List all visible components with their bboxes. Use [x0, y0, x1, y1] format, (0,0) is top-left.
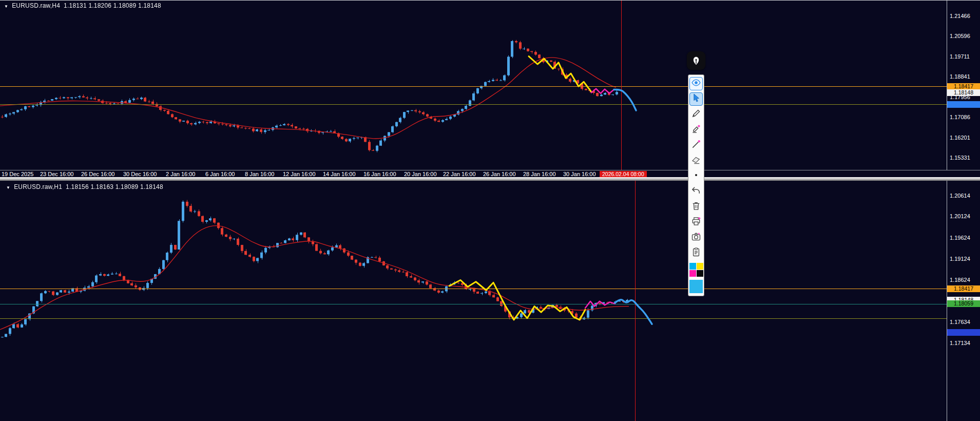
price-scale-label: 1.19624	[950, 235, 970, 241]
time-axis-label: 12 Jan 16:00	[283, 171, 316, 177]
eye-icon	[691, 78, 701, 90]
panel-splitter[interactable]	[0, 177, 980, 181]
price-badge: 1.18059	[947, 300, 980, 307]
camera-tool-button[interactable]	[689, 231, 703, 244]
color-swatch-0[interactable]	[689, 263, 696, 270]
annotation-tool-strip	[688, 74, 704, 296]
price-badge: 1.18417	[947, 83, 980, 90]
camera-icon	[691, 232, 701, 244]
eye-tool-button[interactable]	[689, 77, 703, 90]
ohlc-values: 1.18131 1.18206 1.18089 1.18148	[64, 2, 161, 9]
color-swatch-3[interactable]	[697, 270, 703, 277]
symbol-timeframe-label: EURUSD.raw,H1	[14, 183, 62, 190]
pen-icon	[691, 108, 701, 121]
price-badge	[947, 101, 980, 108]
line-tool-button[interactable]	[689, 139, 703, 152]
chart-plot-h4: ▼ EURUSD.raw,H4 1.18131 1.18206 1.18089 …	[0, 1, 947, 170]
price-scale-label: 1.17634	[950, 319, 970, 325]
price-scale-label: 1.20596	[950, 33, 970, 39]
tool-list	[689, 77, 703, 260]
price-scale-label: 1.15331	[950, 155, 970, 161]
time-axis-label: 20 Jan 16:00	[404, 171, 437, 177]
chart-plot-h1: ▼ EURUSD.raw,H1 1.18156 1.18163 1.18089 …	[0, 181, 947, 421]
price-badge: 1.18148	[947, 89, 980, 96]
time-axis-label: 22 Jan 16:00	[443, 171, 476, 177]
collapse-triangle-icon[interactable]: ▼	[4, 4, 8, 9]
undo-tool-button[interactable]	[689, 185, 703, 198]
time-axis-label: 2 Jan 16:00	[166, 171, 196, 177]
price-badge	[947, 329, 980, 336]
time-axis-label: 8 Jan 16:00	[245, 171, 275, 177]
line-icon	[691, 139, 701, 151]
price-scale-label: 1.21466	[950, 13, 970, 19]
color-swatch-1[interactable]	[697, 263, 703, 270]
eraser-tool-button[interactable]	[689, 154, 703, 167]
chart-header-h4: ▼ EURUSD.raw,H4 1.18131 1.18206 1.18089 …	[4, 2, 161, 9]
collapse-triangle-icon[interactable]: ▼	[6, 185, 10, 190]
h1-chart-canvas[interactable]	[0, 181, 947, 421]
price-badge: 1.18417	[947, 285, 980, 292]
price-scale-label: 1.20124	[950, 213, 970, 219]
eraser-icon	[691, 155, 701, 167]
price-scale-h4[interactable]: 1.214661.205961.197111.188411.179561.170…	[947, 1, 980, 170]
chart-header-h1: ▼ EURUSD.raw,H1 1.18156 1.18163 1.18089 …	[6, 183, 163, 190]
price-scale-label: 1.18624	[950, 277, 970, 283]
time-axis[interactable]: 19 Dec 202523 Dec 16:0026 Dec 16:0030 De…	[0, 170, 980, 178]
size-dot-tool-button[interactable]	[689, 169, 703, 183]
trading-terminal: ▼ EURUSD.raw,H4 1.18131 1.18206 1.18089 …	[0, 0, 980, 421]
cursor-tool-button[interactable]	[689, 92, 703, 106]
time-axis-label: 30 Jan 16:00	[563, 171, 596, 177]
time-axis-label: 23 Dec 16:00	[40, 171, 73, 177]
trash-tool-button[interactable]	[689, 200, 703, 214]
price-scale-h1[interactable]: 1.206141.201241.196241.191241.186241.176…	[947, 181, 980, 421]
price-scale-label: 1.19711	[950, 53, 970, 60]
time-axis-label: 26 Jan 16:00	[483, 171, 516, 177]
time-axis-label: 26 Dec 16:00	[81, 171, 114, 177]
price-scale-label: 1.18841	[950, 73, 970, 80]
price-scale-label: 1.19124	[950, 256, 970, 262]
print-icon	[691, 216, 701, 228]
time-axis-label: 16 Jan 16:00	[363, 171, 396, 177]
pen-nib-icon	[690, 53, 702, 68]
annotation-toolbar	[686, 51, 707, 296]
time-axis-label: 19 Dec 2025	[2, 171, 33, 177]
price-scale-label: 1.20614	[950, 193, 970, 199]
h4-chart-canvas[interactable]	[0, 1, 947, 170]
chart-panel-h4: ▼ EURUSD.raw,H4 1.18131 1.18206 1.18089 …	[0, 0, 980, 177]
trash-icon	[691, 201, 701, 213]
notes-icon	[691, 247, 701, 259]
highlighter-icon	[691, 124, 701, 136]
price-scale-label: 1.17086	[950, 114, 970, 120]
current-color-swatch[interactable]	[689, 280, 703, 293]
ohlc-values: 1.18156 1.18163 1.18089 1.18148	[66, 183, 163, 190]
price-scale-label: 1.16201	[950, 135, 970, 141]
price-scale-label: 1.17134	[950, 340, 970, 346]
color-swatch-2[interactable]	[689, 270, 696, 277]
chart-panel-h1: ▼ EURUSD.raw,H1 1.18156 1.18163 1.18089 …	[0, 181, 980, 421]
cursor-icon	[691, 93, 701, 105]
time-axis-label: 14 Jan 16:00	[323, 171, 356, 177]
pen-tool-button[interactable]	[689, 108, 703, 121]
time-axis-label: 30 Dec 16:00	[123, 171, 157, 177]
size-dot-icon	[691, 170, 701, 182]
annotation-launcher-button[interactable]	[687, 51, 705, 70]
undo-icon	[691, 185, 701, 198]
notes-tool-button[interactable]	[689, 246, 703, 260]
time-axis-label: 6 Jan 16:00	[205, 171, 235, 177]
time-axis-label: 28 Jan 16:00	[523, 171, 556, 177]
print-tool-button[interactable]	[689, 216, 703, 229]
highlighter-tool-button[interactable]	[689, 123, 703, 137]
symbol-timeframe-label: EURUSD.raw,H4	[12, 2, 60, 9]
color-swatch-grid	[689, 263, 703, 277]
